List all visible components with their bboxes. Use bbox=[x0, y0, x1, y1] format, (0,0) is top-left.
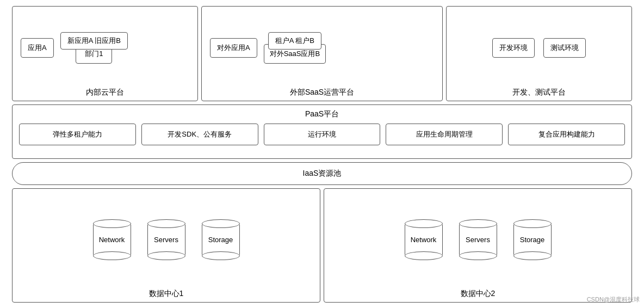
saas-platform: 对外应用A 租户A 租户B 对外SaaS应用B 外部SaaS运营平台 bbox=[201, 6, 443, 101]
internal-platform-label: 内部云平台 bbox=[86, 88, 124, 97]
dc2-network-label: Network bbox=[405, 225, 443, 255]
saas-platform-label: 外部SaaS运营平台 bbox=[290, 88, 354, 97]
dc1-storage-label: Storage bbox=[202, 225, 240, 255]
watermark: CSDN@混度科技球 bbox=[587, 295, 640, 304]
dc2-network: Network bbox=[405, 219, 443, 260]
app-a-box: 应用A bbox=[21, 38, 54, 58]
tenant-ab-box: 租户A 租户B bbox=[268, 32, 321, 50]
dc2-label: 数据中心2 bbox=[461, 289, 496, 299]
external-app-a-box: 对外应用A bbox=[210, 38, 257, 58]
dc2-servers-label: Servers bbox=[459, 225, 497, 255]
paas-item-2: 运行环境 bbox=[264, 124, 381, 145]
new-old-apps-box: 新应用A 旧应用B bbox=[60, 32, 128, 50]
dept-stack: 新应用A 旧应用B 部门1 bbox=[60, 32, 128, 64]
paas-item-3: 应用生命周期管理 bbox=[386, 124, 503, 145]
datacenter-2: Network Servers Storage 数据中心2 bbox=[324, 188, 632, 303]
dc1-network: Network bbox=[93, 219, 131, 260]
dc1-storage: Storage bbox=[202, 219, 240, 260]
iaas-layer: IaaS资源池 bbox=[12, 162, 632, 185]
dev-env-box: 开发环境 bbox=[492, 38, 535, 58]
dc1-servers: Servers bbox=[147, 219, 185, 260]
dc2-storage-label: Storage bbox=[513, 225, 552, 255]
dc2-servers: Servers bbox=[459, 219, 497, 260]
dc2-storage: Storage bbox=[513, 219, 552, 260]
dc1-servers-label: Servers bbox=[147, 225, 185, 255]
dc1-label: 数据中心1 bbox=[149, 289, 184, 299]
datacenter-row: Network Servers Storage 数据中心1 bbox=[12, 188, 632, 303]
test-env-box: 测试环境 bbox=[543, 38, 586, 58]
dev-platform: 开发环境 测试环境 开发、测试平台 bbox=[446, 6, 632, 101]
paas-layer: PaaS平台 弹性多租户能力 开发SDK、公有服务 运行环境 应用生命周期管理 … bbox=[12, 104, 632, 159]
iaas-title: IaaS资源池 bbox=[303, 169, 342, 178]
datacenter-1: Network Servers Storage 数据中心1 bbox=[12, 188, 320, 303]
paas-title: PaaS平台 bbox=[305, 109, 339, 119]
tenant-stack: 租户A 租户B 对外SaaS应用B bbox=[264, 32, 326, 64]
dev-platform-label: 开发、测试平台 bbox=[512, 88, 566, 97]
paas-item-1: 开发SDK、公有服务 bbox=[141, 124, 258, 145]
dc1-network-label: Network bbox=[93, 225, 131, 255]
internal-platform: 应用A 新应用A 旧应用B 部门1 内部云平台 bbox=[12, 6, 198, 101]
paas-item-4: 复合应用构建能力 bbox=[508, 124, 625, 145]
paas-item-0: 弹性多租户能力 bbox=[19, 124, 136, 145]
paas-items: 弹性多租户能力 开发SDK、公有服务 运行环境 应用生命周期管理 复合应用构建能… bbox=[19, 124, 625, 145]
